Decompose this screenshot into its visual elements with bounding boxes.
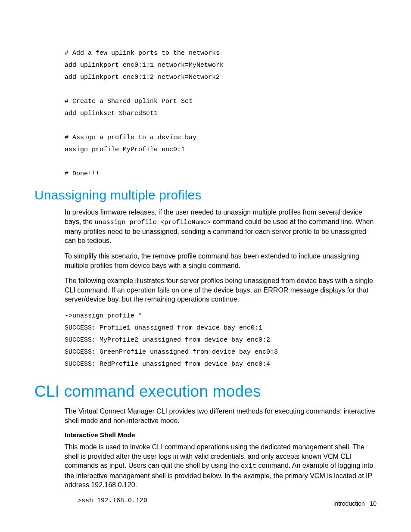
inline-code-unassign-profile: unassign profile <profileName>: [94, 219, 211, 226]
paragraph-vcm-methods: The Virtual Connect Manager CLI provides…: [65, 407, 377, 425]
heading-unassigning-multiple-profiles: Unassigning multiple profiles: [34, 188, 377, 202]
paragraph-interactive-mode-desc: This mode is used to invoke CLI command …: [65, 442, 377, 490]
footer-page-number: 10: [370, 500, 377, 507]
footer-section-label: Introduction: [333, 500, 365, 507]
subheading-interactive-shell-mode: Interactive Shell Mode: [65, 431, 377, 439]
paragraph-example-intro: The following example illustrates four s…: [65, 276, 377, 304]
paragraph-simplify: To simplify this scenario, the remove pr…: [65, 252, 377, 270]
code-block-top: # Add a few uplink ports to the networks…: [65, 47, 377, 180]
heading-cli-command-execution-modes: CLI command execution modes: [34, 383, 377, 401]
inline-code-exit: exit: [241, 463, 256, 470]
code-block-unassign-output: ->unassign profile * SUCCESS: Profile1 u…: [65, 310, 377, 370]
paragraph-prev-firmware: In previous firmware releases, if the us…: [65, 208, 377, 246]
page-footer: Introduction 10: [333, 500, 377, 507]
code-block-ssh: >ssh 192.168.0.120: [78, 496, 377, 506]
